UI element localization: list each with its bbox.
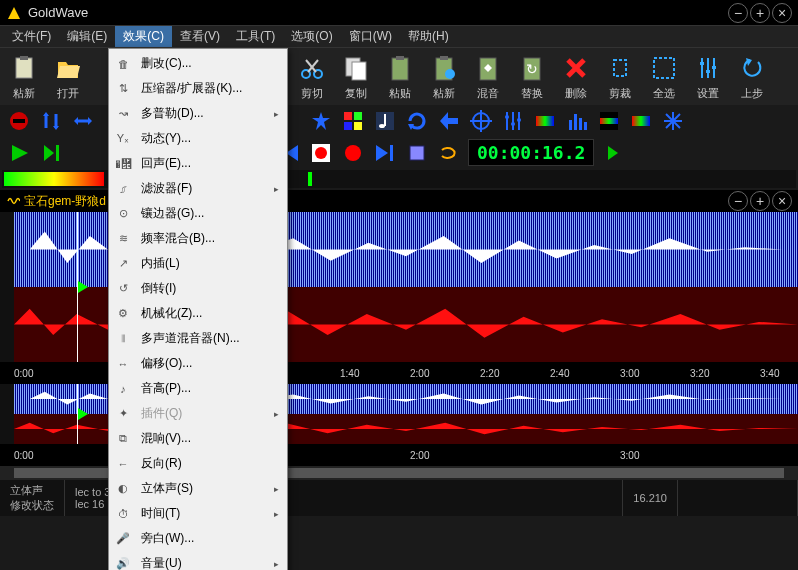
menu-flanger[interactable]: ⊙镶边器(G)...	[109, 201, 287, 226]
mix-icon	[472, 52, 504, 84]
pitch-icon: ♪	[113, 381, 133, 397]
color-grid-icon[interactable]	[340, 108, 366, 134]
play-button[interactable]	[6, 140, 32, 166]
minimize-button[interactable]: −	[728, 3, 748, 23]
svg-point-52	[511, 122, 515, 126]
trim-button[interactable]: 剪裁	[598, 50, 642, 103]
svg-marker-77	[608, 146, 618, 160]
menu-invert[interactable]: ↺倒转(I)	[109, 276, 287, 301]
menu-compressor[interactable]: ⇅压缩器/扩展器(K)...	[109, 76, 287, 101]
paste-new2-button[interactable]: 粘新	[422, 50, 466, 103]
menu-delete[interactable]: 🗑删改(C)...	[109, 51, 287, 76]
menu-window[interactable]: 窗口(W)	[341, 26, 400, 47]
close-button[interactable]: ×	[772, 3, 792, 23]
svg-rect-38	[344, 122, 352, 130]
paste-new-button[interactable]: 粘新	[2, 50, 46, 103]
invert-icon: ↺	[113, 281, 133, 297]
svg-rect-20	[654, 58, 674, 78]
menu-interpolate[interactable]: ↗内插(L)	[109, 251, 287, 276]
menu-file[interactable]: 文件(F)	[4, 26, 59, 47]
select-all-button[interactable]: 全选	[642, 50, 686, 103]
open-button[interactable]: 打开	[46, 50, 90, 103]
menu-freq-blend[interactable]: ≋频率混合(B)...	[109, 226, 287, 251]
marker-button[interactable]	[404, 140, 430, 166]
doc-minimize-button[interactable]: −	[728, 191, 748, 211]
menu-tool[interactable]: 工具(T)	[228, 26, 283, 47]
menu-stereo[interactable]: ◐立体声(S)▸	[109, 476, 287, 501]
svg-rect-37	[354, 112, 362, 120]
menu-filter[interactable]: ⎎滤波器(F)▸	[109, 176, 287, 201]
mix-button[interactable]: 混音	[466, 50, 510, 103]
menu-reverse[interactable]: ←反向(R)	[109, 451, 287, 476]
menu-time[interactable]: ⏱时间(T)▸	[109, 501, 287, 526]
svg-marker-67	[44, 145, 54, 161]
equalizer-icon[interactable]	[500, 108, 526, 134]
spectrum-icon[interactable]	[532, 108, 558, 134]
expand-icon[interactable]	[70, 108, 96, 134]
no-entry-icon[interactable]	[6, 108, 32, 134]
menu-view[interactable]: 查看(V)	[172, 26, 228, 47]
menu-multichannel[interactable]: ⫴多声道混音器(N)...	[109, 326, 287, 351]
doppler-icon: ↝	[113, 106, 133, 122]
stereo-icon: ◐	[113, 481, 133, 497]
menu-doppler[interactable]: ↝多普勒(D)...▸	[109, 101, 287, 126]
svg-marker-31	[53, 126, 59, 130]
svg-rect-76	[410, 146, 424, 160]
volume-icon: 🔊	[113, 556, 133, 571]
replace-button[interactable]: ↻替换	[510, 50, 554, 103]
burst-icon[interactable]	[660, 108, 686, 134]
doc-close-button[interactable]: ×	[772, 191, 792, 211]
svg-marker-33	[74, 117, 78, 125]
menu-option[interactable]: 选项(O)	[283, 26, 340, 47]
note-icon[interactable]	[372, 108, 398, 134]
effect-dropdown-menu: 🗑删改(C)... ⇅压缩器/扩展器(K)... ↝多普勒(D)...▸ Yₓ动…	[108, 48, 288, 570]
menu-help[interactable]: 帮助(H)	[400, 26, 457, 47]
copy-button[interactable]: 复制	[334, 50, 378, 103]
menu-pitch[interactable]: ♪音高(P)...	[109, 376, 287, 401]
rainbow-icon[interactable]	[596, 108, 622, 134]
loop-icon[interactable]	[436, 140, 462, 166]
bars-icon[interactable]	[564, 108, 590, 134]
svg-marker-66	[12, 145, 28, 161]
document-title: 宝石gem-野狼d	[24, 193, 106, 210]
sliders-icon	[692, 52, 724, 84]
delete-x-icon	[560, 52, 592, 84]
svg-marker-44	[440, 112, 458, 130]
svg-rect-19	[614, 60, 626, 76]
menu-offset[interactable]: ↔偏移(O)...	[109, 351, 287, 376]
doc-maximize-button[interactable]: +	[750, 191, 770, 211]
menu-mechanize[interactable]: ⚙机械化(Z)...	[109, 301, 287, 326]
menu-echo[interactable]: �὞回声(E)...	[109, 151, 287, 176]
clipboard-icon	[384, 52, 416, 84]
undo-button[interactable]: 上步	[730, 50, 774, 103]
refresh-icon[interactable]	[404, 108, 430, 134]
undo-icon	[736, 52, 768, 84]
flanger-icon: ⊙	[113, 206, 133, 222]
paste-button[interactable]: 粘贴	[378, 50, 422, 103]
record2-button[interactable]	[340, 140, 366, 166]
cut-button[interactable]: 剪切	[290, 50, 334, 103]
menu-effect[interactable]: 效果(C)	[115, 26, 172, 47]
target-icon[interactable]	[468, 108, 494, 134]
svg-rect-57	[579, 118, 582, 130]
rainbow2-icon[interactable]	[628, 108, 654, 134]
forward-button[interactable]	[372, 140, 398, 166]
delete-button[interactable]: 删除	[554, 50, 598, 103]
status-pos: 16.210	[623, 480, 678, 516]
settings-button[interactable]: 设置	[686, 50, 730, 103]
svg-point-53	[517, 118, 521, 122]
arrows-icon[interactable]	[38, 108, 64, 134]
maximize-button[interactable]: +	[750, 3, 770, 23]
wave-doc-icon	[6, 194, 20, 208]
menu-volume[interactable]: 🔊音量(U)▸	[109, 551, 287, 570]
freq-icon: ≋	[113, 231, 133, 247]
play-section-button[interactable]	[38, 140, 64, 166]
star-icon[interactable]	[308, 108, 334, 134]
menu-voiceover[interactable]: 🎤旁白(W)...	[109, 526, 287, 551]
menu-edit[interactable]: 编辑(E)	[59, 26, 115, 47]
arrow-left-icon[interactable]	[436, 108, 462, 134]
menu-reverb[interactable]: ⧉混响(V)...	[109, 426, 287, 451]
record-button[interactable]	[308, 140, 334, 166]
compress-icon: ⇅	[113, 81, 133, 97]
menu-dynamic[interactable]: Yₓ动态(Y)...	[109, 126, 287, 151]
